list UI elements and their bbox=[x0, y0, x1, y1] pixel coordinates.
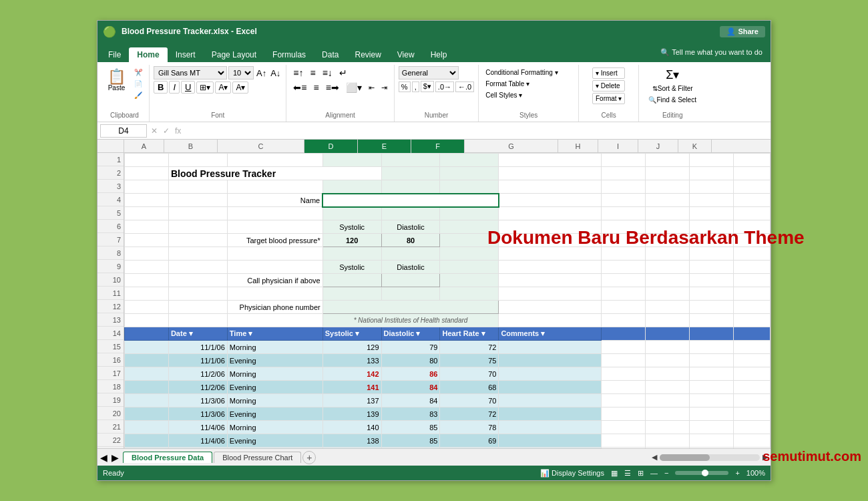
target-label[interactable]: Target blood pressure* bbox=[227, 234, 322, 247]
number-format-select[interactable]: General bbox=[399, 66, 459, 79]
formula-bar: ✕ ✓ fx bbox=[97, 122, 771, 140]
sort-filter-btn[interactable]: ⇅ Sort & Filter bbox=[650, 84, 696, 94]
table-row: 11/1/06 Morning 129 79 72 bbox=[125, 341, 771, 354]
col-date[interactable]: Date ▾ bbox=[168, 327, 227, 341]
increase-font-btn[interactable]: A↑ bbox=[255, 68, 268, 78]
col-header-c[interactable]: C bbox=[218, 140, 304, 153]
prev-sheets-btn[interactable]: ◀ bbox=[100, 452, 107, 463]
bold-button[interactable]: B bbox=[154, 81, 168, 94]
spreadsheet-title[interactable]: Blood Pressure Tracker bbox=[168, 167, 381, 180]
search-bar[interactable]: 🔍 Tell me what you want to do bbox=[655, 45, 768, 59]
delete-cells-btn[interactable]: ▾ Delete bbox=[592, 80, 625, 92]
decrease-font-btn[interactable]: A↓ bbox=[269, 68, 282, 78]
page-layout-btn[interactable]: ☰ bbox=[624, 469, 631, 478]
comma-btn[interactable]: , bbox=[412, 81, 419, 92]
title-bar: 🟢 Blood Pressure Tracker.xlsx - Excel 👤 … bbox=[97, 21, 771, 42]
wrap-text-btn[interactable]: ↵ bbox=[337, 66, 350, 79]
physician-phone-label[interactable]: Physician phone number bbox=[227, 301, 322, 314]
align-middle-btn[interactable]: ≡ bbox=[308, 66, 318, 79]
table-row: Name bbox=[125, 194, 771, 207]
page-break-btn[interactable]: ⊞ bbox=[638, 469, 644, 478]
align-bottom-btn[interactable]: ≡↓ bbox=[320, 66, 335, 79]
col-header-a[interactable]: A bbox=[124, 140, 164, 153]
font-size-select[interactable]: 10 bbox=[228, 66, 254, 79]
tab-insert[interactable]: Insert bbox=[168, 47, 204, 62]
tab-view[interactable]: View bbox=[389, 47, 423, 62]
col-time[interactable]: Time ▾ bbox=[227, 327, 322, 341]
name-box[interactable] bbox=[100, 124, 147, 138]
systolic-header[interactable]: Systolic bbox=[322, 220, 381, 234]
align-right-btn[interactable]: ≡➡ bbox=[323, 81, 342, 94]
tab-data[interactable]: Data bbox=[314, 47, 347, 62]
next-sheets-btn[interactable]: ▶ bbox=[112, 452, 119, 463]
paste-button[interactable]: 📋 Paste bbox=[104, 67, 129, 94]
col-comments[interactable]: Comments ▾ bbox=[499, 327, 602, 341]
grid-area[interactable]: Blood Pressure Tracker bbox=[124, 153, 771, 448]
tab-file[interactable]: File bbox=[100, 47, 129, 62]
col-header-f[interactable]: F bbox=[411, 140, 465, 153]
copy-button[interactable]: 📄 bbox=[132, 79, 145, 89]
currency-btn[interactable]: $▾ bbox=[421, 81, 434, 92]
call-physician-label[interactable]: Call physician if above bbox=[227, 274, 322, 287]
footnote-cell[interactable]: * National Institutes of Health standard bbox=[322, 314, 499, 327]
align-top-btn[interactable]: ≡↑ bbox=[290, 66, 306, 79]
fill-color-button[interactable]: A▾ bbox=[215, 81, 231, 94]
normal-view-btn[interactable]: ▦ bbox=[611, 469, 618, 478]
display-settings-btn[interactable]: 📊 Display Settings bbox=[540, 469, 604, 478]
col-header-h[interactable]: H bbox=[558, 140, 598, 153]
col-header-j[interactable]: J bbox=[638, 140, 678, 153]
font-name-select[interactable]: Gill Sans MT bbox=[154, 66, 227, 79]
col-systolic[interactable]: Systolic ▾ bbox=[322, 327, 381, 341]
col-header-i[interactable]: I bbox=[598, 140, 638, 153]
scroll-right-btn[interactable]: ▶ bbox=[763, 453, 768, 462]
tab-home[interactable]: Home bbox=[129, 47, 167, 62]
share-btn[interactable]: 👤 Share bbox=[720, 26, 765, 37]
scroll-left-btn[interactable]: ◀ bbox=[652, 453, 657, 462]
font-color-button[interactable]: A▾ bbox=[232, 81, 248, 94]
align-center-btn[interactable]: ≡ bbox=[311, 81, 322, 94]
tab-formulas[interactable]: Formulas bbox=[264, 47, 314, 62]
border-button[interactable]: ⊞▾ bbox=[196, 81, 214, 94]
insert-cells-btn[interactable]: ▾ Insert bbox=[592, 67, 625, 79]
zoom-in-btn[interactable]: + bbox=[735, 469, 739, 477]
dec-dec-btn[interactable]: ←.0 bbox=[455, 81, 474, 92]
align-left-btn[interactable]: ⬅≡ bbox=[290, 81, 309, 94]
name-input-cell[interactable] bbox=[322, 194, 499, 207]
tab-help[interactable]: Help bbox=[423, 47, 455, 62]
tab-review[interactable]: Review bbox=[347, 47, 389, 62]
name-label[interactable]: Name bbox=[227, 194, 322, 207]
format-cells-btn[interactable]: Format ▾ bbox=[592, 93, 625, 104]
sheet-tab-blood-pressure-chart[interactable]: Blood Pressure Chart bbox=[214, 452, 301, 463]
formula-input[interactable] bbox=[185, 126, 768, 136]
indent-inc-btn[interactable]: ⇥ bbox=[379, 82, 390, 94]
dec-inc-btn[interactable]: .0→ bbox=[435, 81, 454, 92]
col-header-g[interactable]: G bbox=[465, 140, 558, 153]
col-diastolic[interactable]: Diastolic ▾ bbox=[381, 327, 440, 341]
zoom-out-btn[interactable]: − bbox=[664, 469, 668, 477]
conditional-formatting-btn[interactable]: Conditional Formatting ▾ bbox=[483, 67, 574, 77]
col-heart-rate[interactable]: Heart Rate ▾ bbox=[440, 327, 499, 341]
format-table-btn[interactable]: Format Table ▾ bbox=[483, 79, 574, 89]
table-row: 11/3/06 Morning 137 84 70 bbox=[125, 394, 771, 407]
col-header-b[interactable]: B bbox=[164, 140, 218, 153]
find-select-btn[interactable]: 🔍 Find & Select bbox=[646, 95, 698, 105]
cell-styles-btn[interactable]: Cell Styles ▾ bbox=[483, 90, 574, 100]
col-header-k[interactable]: K bbox=[678, 140, 712, 153]
add-sheet-btn[interactable]: + bbox=[302, 451, 316, 464]
sheet-tab-blood-pressure-data[interactable]: Blood Pressure Data bbox=[123, 452, 212, 463]
col-header-d[interactable]: D bbox=[304, 140, 358, 153]
percent-btn[interactable]: % bbox=[399, 81, 411, 92]
autosum-btn[interactable]: Σ▾ bbox=[666, 67, 679, 82]
merge-cells-btn[interactable]: ⬜▾ bbox=[343, 81, 365, 94]
target-diastolic[interactable]: 80 bbox=[381, 234, 440, 247]
tab-page-layout[interactable]: Page Layout bbox=[204, 47, 264, 62]
format-painter-button[interactable]: 🖌️ bbox=[132, 90, 145, 100]
target-systolic[interactable]: 120 bbox=[322, 234, 381, 247]
diastolic-header[interactable]: Diastolic bbox=[381, 220, 440, 234]
underline-button[interactable]: U bbox=[181, 81, 195, 94]
col-header-e[interactable]: E bbox=[358, 140, 411, 153]
indent-dec-btn[interactable]: ⇤ bbox=[366, 82, 377, 94]
italic-button[interactable]: I bbox=[169, 81, 180, 94]
cut-button[interactable]: ✂️ bbox=[132, 67, 145, 77]
table-row: 11/2/06 Evening 141 84 68 bbox=[125, 381, 771, 394]
